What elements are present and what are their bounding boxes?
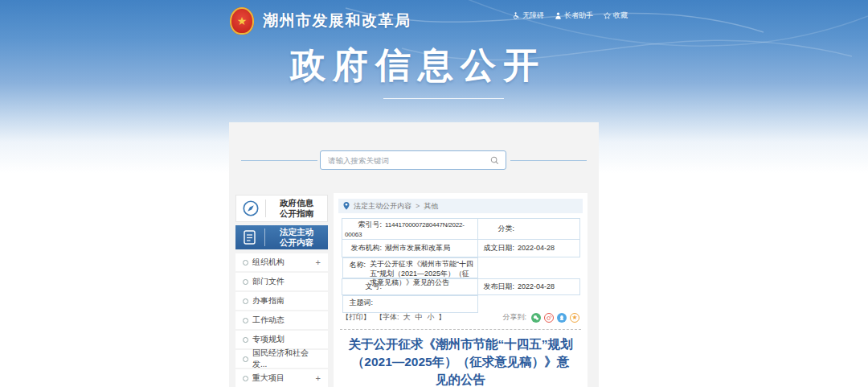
guide-card-line2: 公开指南 (280, 208, 313, 218)
font-size-label: 【字体: (375, 312, 399, 323)
search-divider-left (241, 160, 317, 161)
share-label: 分享到: (502, 312, 526, 323)
font-size-medium-button[interactable]: 中 (416, 312, 423, 323)
star-icon (604, 12, 611, 19)
sidebar-item-economic-social-development[interactable]: 国民经济和社会发... (235, 350, 328, 368)
content-card: 政府信息 公开指南 法定主动 公开内容 (229, 122, 599, 387)
written-date-cell: 成文日期:2022-04-28 (478, 240, 580, 257)
search-box (320, 150, 506, 170)
breadcrumb-parent[interactable]: 法定主动公开内容 (354, 201, 411, 212)
share-bar: 分享到: (502, 312, 579, 323)
search-icon[interactable] (490, 156, 499, 165)
article-title: 关于公开征求《潮州市节能“十四五”规划（2021—2025年）（征求意见稿）》意… (347, 336, 574, 387)
document-icon (235, 229, 264, 245)
category-cell: 分类: (478, 219, 580, 240)
bullet-icon (243, 376, 248, 381)
sidebar-item-service-guide[interactable]: 办事指南 (235, 292, 328, 310)
active-card-line2: 公开内容 (280, 237, 313, 247)
site-title: 潮州市发展和改革局 (263, 10, 411, 31)
accessibility-link[interactable]: 无障碍 (513, 10, 544, 21)
font-size-small-button[interactable]: 小 (428, 312, 435, 323)
elder-assistant-icon (555, 12, 562, 19)
font-size-label-close: 】 (439, 312, 446, 323)
breadcrumb-separator: > (416, 202, 420, 210)
keywords-cell: 主题词: (342, 295, 478, 313)
bullet-icon (243, 337, 248, 343)
table-row: 名称:关于公开征求《潮州市节能“十四五”规划（2021—2025年）（征求意见稿… (342, 257, 580, 279)
sidebar: 政府信息 公开指南 法定主动 公开内容 (235, 195, 328, 387)
elder-assistant-link[interactable]: 长者助手 (555, 10, 593, 21)
utility-links: 无障碍 长者助手 收藏 (513, 10, 628, 21)
sidebar-item-statutory-disclosure[interactable]: 法定主动 公开内容 (235, 225, 328, 249)
bullet-icon (243, 356, 248, 362)
publish-date-cell: 发布日期:2022-04-28 (478, 279, 580, 295)
bullet-icon (243, 298, 248, 304)
qq-share-icon[interactable] (557, 313, 567, 323)
national-emblem-icon: ★ (230, 7, 254, 35)
favorite-link[interactable]: 收藏 (604, 10, 628, 21)
dashed-divider (340, 329, 581, 330)
bullet-icon (243, 260, 248, 266)
sidebar-item-disclosure-guide[interactable]: 政府信息 公开指南 (235, 195, 328, 222)
compass-icon (236, 200, 265, 217)
search-input[interactable] (321, 156, 490, 165)
table-row: 索引号:11441700007280447N/2022-00063 分类: (342, 219, 580, 240)
brand: ★ 潮州市发展和改革局 (230, 7, 411, 35)
sidebar-item-department-documents[interactable]: 部门文件 (235, 273, 328, 290)
banner-underline (383, 98, 504, 99)
breadcrumb-current: 其他 (424, 201, 438, 212)
sidebar-item-work-news[interactable]: 工作动态 (235, 311, 328, 329)
article-toolbar: 【打印】 【字体: 大 中 小 】 分享到: (342, 312, 579, 323)
active-card-line1: 法定主动 (280, 227, 313, 237)
guide-card-line1: 政府信息 (280, 198, 313, 208)
sidebar-item-major-projects[interactable]: 重大项目 + (235, 369, 328, 387)
table-row: 发布机构:潮州市发展和改革局 成文日期:2022-04-28 (342, 240, 580, 257)
document-name-cell: 名称:关于公开征求《潮州市节能“十四五”规划（2021—2025年）（征求意见稿… (342, 257, 478, 278)
sidebar-item-organization[interactable]: 组织机构 + (235, 253, 328, 271)
sidebar-item-special-plans[interactable]: 专项规划 (235, 331, 328, 348)
breadcrumb: 法定主动公开内容 > 其他 (338, 199, 583, 213)
location-pin-icon (343, 202, 350, 210)
issuing-agency-cell: 发布机构:潮州市发展和改革局 (342, 240, 478, 257)
bullet-icon (243, 318, 248, 323)
more-share-icon[interactable]: ★ (570, 313, 579, 323)
main-panel: 法定主动公开内容 > 其他 索引号:11441700007280447N/202… (334, 193, 588, 387)
sidebar-menu: 组织机构 + 部门文件 办事指南 工作动态 (235, 253, 328, 387)
expand-icon[interactable]: + (316, 373, 321, 383)
weibo-share-icon[interactable] (544, 313, 554, 323)
table-row: 主题词: (342, 295, 580, 314)
print-button[interactable]: 【打印】 (342, 312, 371, 323)
font-size-large-button[interactable]: 大 (403, 312, 411, 323)
accessibility-icon (513, 12, 520, 19)
bullet-icon (243, 279, 248, 285)
expand-icon[interactable]: + (316, 257, 321, 267)
index-number-cell: 索引号:11441700007280447N/2022-00063 (342, 219, 478, 240)
document-info-table: 索引号:11441700007280447N/2022-00063 分类: 发布… (342, 218, 580, 313)
wechat-share-icon[interactable] (531, 313, 541, 323)
banner-title: 政府信息公开 (0, 42, 836, 89)
page: ★ 潮州市发展和改革局 无障碍 长者助手 (0, 0, 868, 387)
search-divider-right (510, 160, 587, 161)
